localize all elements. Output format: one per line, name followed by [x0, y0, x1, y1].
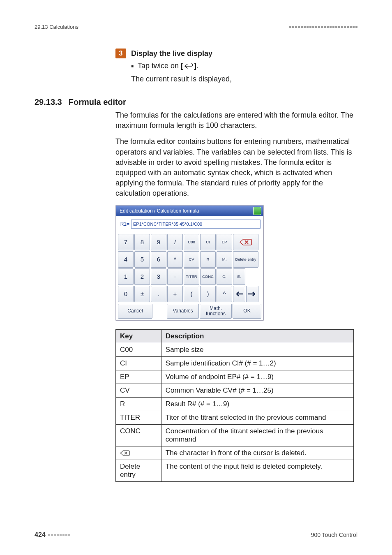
backspace-icon	[120, 450, 130, 456]
formula-editor-screenshot: Edit calculation / Calculation formula R…	[115, 205, 264, 321]
table-cell-key: TITER	[116, 411, 161, 424]
page-header: 29.13 Calculations	[35, 24, 357, 30]
page-footer: 424 900 Touch Control	[35, 531, 357, 539]
bullet-icon: ■	[131, 62, 134, 71]
editor-title-text: Edit calculation / Calculation formula	[120, 208, 199, 214]
arrow-right-icon	[248, 291, 256, 296]
table-cell-desc: Volume of endpoint EP# (# = 1…9)	[161, 370, 353, 384]
section-heading: 29.13.3 Formula editor	[35, 97, 357, 107]
section-title: Formula editor	[69, 97, 126, 107]
table-cell-key: CONC	[116, 424, 161, 446]
key-5[interactable]: 5	[134, 251, 150, 268]
formula-input[interactable]	[131, 220, 261, 229]
editor-variables-button[interactable]: Variables	[167, 304, 199, 319]
arrow-left-icon	[235, 291, 243, 296]
table-cell-desc: Sample identification CI# (# = 1…2)	[161, 356, 353, 370]
key-ci[interactable]: CI	[200, 234, 216, 250]
table-cell-desc: Titer of the titrant selected in the pre…	[161, 411, 353, 424]
key-cursor-right[interactable]	[246, 286, 258, 302]
home-icon[interactable]	[253, 207, 261, 215]
step-number-badge: 3	[115, 49, 126, 58]
page-number-text: 424	[35, 531, 46, 539]
table-head-key: Key	[116, 329, 161, 343]
table-cell-key: CI	[116, 356, 161, 370]
key-7[interactable]: 7	[118, 234, 134, 250]
section-para-2: The formula editor contains buttons for …	[115, 136, 357, 199]
key-description-table: Key Description C00Sample sizeCISample i…	[115, 329, 354, 482]
editor-ok-button[interactable]: OK	[233, 304, 261, 319]
table-cell-desc: The character in front of the cursor is …	[161, 446, 353, 460]
key-0[interactable]: 0	[118, 286, 134, 302]
table-row: Delete entryThe content of the input fie…	[116, 460, 354, 481]
table-row: CONCConcentration of the titrant selecte…	[116, 424, 354, 446]
key-ep[interactable]: EP	[217, 234, 232, 250]
table-cell-desc: Result R# (# = 1…9)	[161, 397, 353, 411]
table-row: EPVolume of endpoint EP# (# = 1…9)	[116, 370, 354, 384]
section-para-1: The formulas for the calculations are en…	[115, 110, 357, 131]
table-row: CVCommon Variable CV# (# = 1…25)	[116, 384, 354, 397]
key-3[interactable]: 3	[151, 268, 166, 285]
key-divide[interactable]: /	[167, 234, 183, 250]
back-arrow-icon	[184, 63, 193, 69]
header-ornament	[289, 26, 357, 28]
key-r[interactable]: R	[200, 251, 216, 268]
key-c-dot[interactable]: C.	[217, 268, 232, 285]
editor-cancel-button[interactable]: Cancel	[118, 304, 152, 319]
footer-ornament	[48, 534, 70, 536]
key-delete-entry[interactable]: Delete entry	[233, 251, 258, 268]
key-rparen[interactable]: )	[200, 286, 216, 302]
key-conc[interactable]: CONC	[200, 268, 216, 285]
key-4[interactable]: 4	[118, 251, 134, 268]
key-1[interactable]: 1	[118, 268, 134, 285]
editor-titlebar: Edit calculation / Calculation formula	[116, 206, 263, 216]
key-caret[interactable]: ^	[217, 286, 232, 302]
step-title: Display the live display	[131, 49, 212, 58]
key-plus[interactable]: +	[167, 286, 183, 302]
bracket-open: [	[181, 62, 183, 70]
key-e-dot[interactable]: E.	[233, 268, 245, 285]
step-bullet-suffix: .	[196, 62, 198, 70]
key-c00[interactable]: C00	[184, 234, 199, 250]
table-head-desc: Description	[161, 329, 353, 343]
table-row: RResult R# (# = 1…9)	[116, 397, 354, 411]
table-row: CISample identification CI# (# = 1…2)	[116, 356, 354, 370]
table-row: The character in front of the cursor is …	[116, 446, 354, 460]
key-8[interactable]: 8	[134, 234, 150, 250]
footer-page-number: 424	[35, 531, 70, 539]
backspace-icon	[239, 238, 252, 246]
delete-entry-label: Delete entry	[235, 257, 256, 261]
editor-bottom-spacer	[153, 304, 166, 319]
footer-product: 900 Touch Control	[311, 532, 357, 538]
empty-cell-1	[246, 268, 258, 285]
table-cell-key: Delete entry	[116, 460, 161, 481]
key-minus[interactable]: -	[167, 268, 183, 285]
table-cell-key: CV	[116, 384, 161, 397]
section-number: 29.13.3	[35, 97, 62, 107]
key-6[interactable]: 6	[151, 251, 166, 268]
key-plus-minus[interactable]: ±	[134, 286, 150, 302]
key-multiply[interactable]: *	[167, 251, 183, 268]
key-2[interactable]: 2	[134, 268, 150, 285]
table-cell-desc: Concentration of the titrant selected in…	[161, 424, 353, 446]
table-row: C00Sample size	[116, 343, 354, 356]
key-dot[interactable]: .	[151, 286, 166, 302]
table-cell-key: EP	[116, 370, 161, 384]
key-titer[interactable]: TITER	[184, 268, 199, 285]
step-result-line: The current result is displayed,	[131, 75, 357, 83]
table-row: TITERTiter of the titrant selected in th…	[116, 411, 354, 424]
step-bullet-text: Tap twice on [ ] .	[138, 62, 198, 71]
table-cell-key: R	[116, 397, 161, 411]
key-m-dot[interactable]: M.	[217, 251, 232, 268]
key-backspace[interactable]	[233, 234, 258, 250]
table-cell-key: C00	[116, 343, 161, 356]
key-cv[interactable]: CV	[184, 251, 199, 268]
table-cell-desc: The content of the input field is delete…	[161, 460, 353, 481]
editor-math-functions-button[interactable]: Math. functions	[200, 304, 232, 319]
key-cursor-left[interactable]	[233, 286, 245, 302]
key-9[interactable]: 9	[151, 234, 166, 250]
math-functions-label: Math. functions	[200, 306, 231, 316]
step-bullet-prefix: Tap twice on	[138, 62, 181, 70]
step-block: 3 Display the live display ■ Tap twice o…	[115, 49, 357, 83]
table-cell-desc: Common Variable CV# (# = 1…25)	[161, 384, 353, 397]
key-lparen[interactable]: (	[184, 286, 199, 302]
